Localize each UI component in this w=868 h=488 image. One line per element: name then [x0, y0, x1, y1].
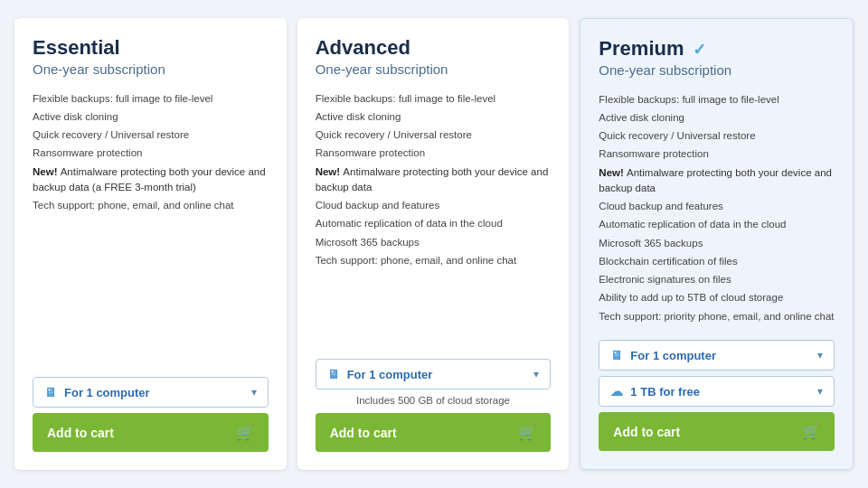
premium-check-icon: ✓	[688, 41, 706, 59]
advanced-title: Advanced	[316, 36, 552, 60]
card-essential: EssentialOne-year subscriptionFlexible b…	[14, 18, 287, 471]
list-item: Automatic replication of data in the clo…	[599, 216, 835, 234]
computer-icon: 🖥	[44, 385, 57, 399]
advanced-storage-note: Includes 500 GB of cloud storage	[316, 395, 552, 406]
list-item: Ransomware protection	[33, 145, 269, 163]
list-item: Automatic replication of data in the clo…	[316, 215, 552, 233]
advanced-bottom-section: 🖥For 1 computer▾Includes 500 GB of cloud…	[316, 359, 552, 452]
chevron-down-icon: ▾	[817, 385, 823, 398]
computer-icon: 🖥	[610, 348, 623, 362]
essential-cart-label: Add to cart	[47, 426, 114, 440]
cart-icon: 🛒	[802, 423, 820, 440]
advanced-computer-label: For 1 computer	[347, 368, 433, 381]
advanced-features-list: Flexible backups: full image to file-lev…	[316, 89, 552, 344]
list-item: Tech support: phone, email, and online c…	[33, 197, 269, 215]
premium-storage-label: 1 TB for free	[630, 385, 700, 399]
list-item: Tech support: phone, email, and online c…	[316, 251, 552, 269]
list-item: Ransomware protection	[316, 145, 552, 163]
list-item: New! Antimalware protecting both your de…	[316, 163, 552, 197]
list-item: Active disk cloning	[316, 108, 552, 126]
card-advanced: AdvancedOne-year subscriptionFlexible ba…	[297, 18, 570, 471]
list-item: Flexible backups: full image to file-lev…	[33, 89, 269, 108]
essential-features-list: Flexible backups: full image to file-lev…	[33, 89, 269, 362]
essential-title: Essential	[33, 36, 269, 60]
list-item: Quick recovery / Universal restore	[599, 127, 835, 145]
card-premium: Premium ✓One-year subscriptionFlexible b…	[580, 18, 854, 471]
list-item: Active disk cloning	[599, 108, 835, 127]
premium-subtitle: One-year subscription	[599, 62, 835, 78]
premium-bottom-section: 🖥For 1 computer▾☁1 TB for free▾Add to ca…	[599, 340, 835, 451]
list-item: Flexible backups: full image to file-lev…	[599, 90, 835, 108]
premium-features-list: Flexible backups: full image to file-lev…	[599, 90, 835, 325]
list-item: Flexible backups: full image to file-lev…	[316, 89, 552, 108]
premium-storage-dropdown[interactable]: ☁1 TB for free▾	[599, 376, 835, 407]
list-item: Cloud backup and features	[316, 197, 552, 215]
essential-computer-dropdown[interactable]: 🖥For 1 computer▾	[33, 377, 269, 408]
list-item: Tech support: priority phone, email, and…	[599, 307, 835, 325]
list-item: Quick recovery / Universal restore	[33, 127, 269, 145]
chevron-down-icon: ▾	[533, 368, 539, 380]
advanced-cart-label: Add to cart	[330, 426, 397, 440]
cart-icon: 🛒	[236, 424, 254, 441]
list-item: New! Antimalware protecting both your de…	[599, 164, 835, 198]
premium-computer-label: For 1 computer	[630, 349, 716, 362]
essential-add-to-cart-button[interactable]: Add to cart🛒	[33, 413, 269, 452]
computer-icon: 🖥	[327, 367, 340, 381]
list-item: New! Antimalware protecting both your de…	[33, 163, 269, 197]
premium-cart-label: Add to cart	[613, 425, 680, 439]
list-item: Cloud backup and features	[599, 198, 835, 216]
list-item: Ransomware protection	[599, 145, 835, 164]
list-item: Active disk cloning	[33, 108, 269, 126]
premium-computer-dropdown[interactable]: 🖥For 1 computer▾	[599, 340, 835, 371]
chevron-down-icon: ▾	[817, 349, 823, 361]
advanced-computer-dropdown[interactable]: 🖥For 1 computer▾	[316, 359, 552, 389]
premium-add-to-cart-button[interactable]: Add to cart🛒	[599, 412, 835, 451]
list-item: Microsoft 365 backups	[599, 234, 835, 252]
list-item: Microsoft 365 backups	[316, 233, 552, 251]
cloud-icon: ☁	[610, 384, 623, 399]
essential-subtitle: One-year subscription	[33, 61, 269, 77]
cart-icon: 🛒	[518, 424, 536, 441]
advanced-subtitle: One-year subscription	[316, 61, 552, 77]
advanced-add-to-cart-button[interactable]: Add to cart🛒	[316, 413, 552, 452]
premium-title: Premium ✓	[599, 37, 835, 61]
list-item: Ability to add up to 5TB of cloud storag…	[599, 289, 835, 307]
list-item: Blockchain certification of files	[599, 252, 835, 270]
essential-bottom-section: 🖥For 1 computer▾Add to cart🛒	[33, 377, 269, 452]
chevron-down-icon: ▾	[251, 386, 257, 399]
list-item: Electronic signatures on files	[599, 271, 835, 289]
pricing-cards-container: EssentialOne-year subscriptionFlexible b…	[14, 18, 854, 471]
list-item: Quick recovery / Universal restore	[316, 127, 552, 145]
essential-computer-label: For 1 computer	[64, 386, 150, 399]
